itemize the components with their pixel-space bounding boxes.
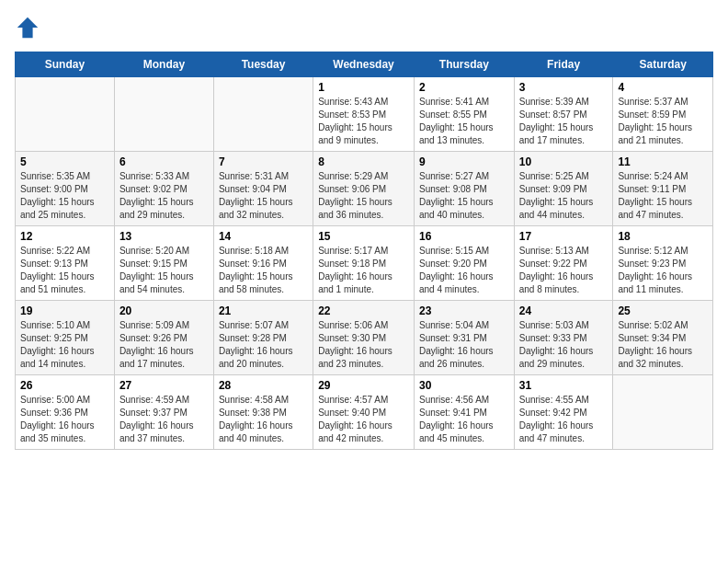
day-info: Sunrise: 4:59 AM Sunset: 9:37 PM Dayligh… [119,394,209,445]
calendar-cell: 4Sunrise: 5:37 AM Sunset: 8:59 PM Daylig… [613,77,713,152]
day-info: Sunrise: 4:57 AM Sunset: 9:40 PM Dayligh… [318,394,409,445]
day-info: Sunrise: 5:09 AM Sunset: 9:26 PM Dayligh… [119,319,209,371]
day-number: 21 [219,304,308,317]
day-number: 25 [618,304,708,317]
calendar-cell: 28Sunrise: 4:58 AM Sunset: 9:38 PM Dayli… [213,375,313,450]
day-number: 9 [419,155,509,168]
day-number: 27 [119,379,209,392]
calendar-cell: 8Sunrise: 5:29 AM Sunset: 9:06 PM Daylig… [313,152,415,226]
day-number: 24 [519,304,609,317]
day-info: Sunrise: 5:22 AM Sunset: 9:13 PM Dayligh… [20,245,109,296]
day-number: 17 [519,230,609,243]
day-number: 18 [618,230,708,243]
calendar-header: SundayMondayTuesdayWednesdayThursdayFrid… [16,52,713,77]
day-number: 3 [519,81,609,94]
day-info: Sunrise: 5:04 AM Sunset: 9:31 PM Dayligh… [419,319,509,371]
day-number: 8 [318,155,409,168]
calendar-cell: 3Sunrise: 5:39 AM Sunset: 8:57 PM Daylig… [514,77,613,152]
calendar-cell: 26Sunrise: 5:00 AM Sunset: 9:36 PM Dayli… [16,375,115,450]
day-number: 4 [618,81,708,94]
day-info: Sunrise: 4:55 AM Sunset: 9:42 PM Dayligh… [519,394,609,445]
day-number: 13 [119,230,209,243]
day-number: 30 [419,379,509,392]
calendar-cell: 14Sunrise: 5:18 AM Sunset: 9:16 PM Dayli… [213,226,313,301]
calendar-cell: 2Sunrise: 5:41 AM Sunset: 8:55 PM Daylig… [414,77,514,152]
calendar-cell: 29Sunrise: 4:57 AM Sunset: 9:40 PM Dayli… [313,375,415,450]
calendar-cell: 17Sunrise: 5:13 AM Sunset: 9:22 PM Dayli… [514,226,613,301]
day-number: 7 [219,155,308,168]
calendar-cell: 25Sunrise: 5:02 AM Sunset: 9:34 PM Dayli… [613,301,713,375]
day-number: 12 [20,230,109,243]
header-day-sunday: Sunday [16,52,115,77]
calendar-cell: 10Sunrise: 5:25 AM Sunset: 9:09 PM Dayli… [514,152,613,226]
week-row-1: 1Sunrise: 5:43 AM Sunset: 8:53 PM Daylig… [16,77,713,152]
day-info: Sunrise: 5:18 AM Sunset: 9:16 PM Dayligh… [219,245,308,296]
day-number: 19 [20,304,109,317]
day-info: Sunrise: 5:29 AM Sunset: 9:06 PM Dayligh… [318,170,409,222]
calendar-cell [613,375,713,450]
day-number: 2 [419,81,509,94]
day-info: Sunrise: 5:15 AM Sunset: 9:20 PM Dayligh… [419,245,509,296]
day-info: Sunrise: 5:02 AM Sunset: 9:34 PM Dayligh… [618,319,708,371]
calendar-cell: 30Sunrise: 4:56 AM Sunset: 9:41 PM Dayli… [414,375,514,450]
day-number: 29 [318,379,409,392]
day-info: Sunrise: 5:07 AM Sunset: 9:28 PM Dayligh… [219,319,308,371]
calendar-cell: 24Sunrise: 5:03 AM Sunset: 9:33 PM Dayli… [514,301,613,375]
day-info: Sunrise: 5:43 AM Sunset: 8:53 PM Dayligh… [318,96,409,147]
day-info: Sunrise: 5:12 AM Sunset: 9:23 PM Dayligh… [618,245,708,296]
day-info: Sunrise: 5:13 AM Sunset: 9:22 PM Dayligh… [519,245,609,296]
day-number: 31 [519,379,609,392]
day-info: Sunrise: 5:20 AM Sunset: 9:15 PM Dayligh… [119,245,209,296]
header-row: SundayMondayTuesdayWednesdayThursdayFrid… [16,52,713,77]
day-info: Sunrise: 5:17 AM Sunset: 9:18 PM Dayligh… [318,245,409,296]
header-day-friday: Friday [514,52,613,77]
calendar-cell: 11Sunrise: 5:24 AM Sunset: 9:11 PM Dayli… [613,152,713,226]
header-day-monday: Monday [114,52,213,77]
day-info: Sunrise: 5:24 AM Sunset: 9:11 PM Dayligh… [618,170,708,222]
calendar-cell: 31Sunrise: 4:55 AM Sunset: 9:42 PM Dayli… [514,375,613,450]
header-day-saturday: Saturday [613,52,713,77]
calendar-cell: 21Sunrise: 5:07 AM Sunset: 9:28 PM Dayli… [213,301,313,375]
day-info: Sunrise: 5:33 AM Sunset: 9:02 PM Dayligh… [119,170,209,222]
day-info: Sunrise: 4:56 AM Sunset: 9:41 PM Dayligh… [419,394,509,445]
calendar-cell: 7Sunrise: 5:31 AM Sunset: 9:04 PM Daylig… [213,152,313,226]
day-info: Sunrise: 5:35 AM Sunset: 9:00 PM Dayligh… [20,170,109,222]
calendar-cell [213,77,313,152]
day-info: Sunrise: 5:37 AM Sunset: 8:59 PM Dayligh… [618,96,708,147]
week-row-5: 26Sunrise: 5:00 AM Sunset: 9:36 PM Dayli… [16,375,713,450]
day-number: 23 [419,304,509,317]
calendar-cell: 12Sunrise: 5:22 AM Sunset: 9:13 PM Dayli… [16,226,115,301]
calendar-cell: 13Sunrise: 5:20 AM Sunset: 9:15 PM Dayli… [114,226,213,301]
calendar-cell: 1Sunrise: 5:43 AM Sunset: 8:53 PM Daylig… [313,77,415,152]
day-number: 28 [219,379,308,392]
calendar-cell: 5Sunrise: 5:35 AM Sunset: 9:00 PM Daylig… [16,152,115,226]
day-number: 1 [318,81,409,94]
calendar-cell: 19Sunrise: 5:10 AM Sunset: 9:25 PM Dayli… [16,301,115,375]
calendar-cell [114,77,213,152]
logo [15,15,44,40]
logo-icon [15,15,40,40]
day-number: 20 [119,304,209,317]
calendar-cell: 9Sunrise: 5:27 AM Sunset: 9:08 PM Daylig… [414,152,514,226]
page-header [15,15,713,40]
day-info: Sunrise: 5:41 AM Sunset: 8:55 PM Dayligh… [419,96,509,147]
day-number: 15 [318,230,409,243]
day-info: Sunrise: 5:31 AM Sunset: 9:04 PM Dayligh… [219,170,308,222]
calendar-cell [16,77,115,152]
calendar-cell: 20Sunrise: 5:09 AM Sunset: 9:26 PM Dayli… [114,301,213,375]
calendar-cell: 6Sunrise: 5:33 AM Sunset: 9:02 PM Daylig… [114,152,213,226]
day-info: Sunrise: 5:27 AM Sunset: 9:08 PM Dayligh… [419,170,509,222]
day-number: 22 [318,304,409,317]
day-info: Sunrise: 4:58 AM Sunset: 9:38 PM Dayligh… [219,394,308,445]
week-row-4: 19Sunrise: 5:10 AM Sunset: 9:25 PM Dayli… [16,301,713,375]
header-day-thursday: Thursday [414,52,514,77]
day-number: 26 [20,379,109,392]
day-number: 11 [618,155,708,168]
day-info: Sunrise: 5:03 AM Sunset: 9:33 PM Dayligh… [519,319,609,371]
calendar-cell: 16Sunrise: 5:15 AM Sunset: 9:20 PM Dayli… [414,226,514,301]
day-info: Sunrise: 5:06 AM Sunset: 9:30 PM Dayligh… [318,319,409,371]
calendar-cell: 23Sunrise: 5:04 AM Sunset: 9:31 PM Dayli… [414,301,514,375]
calendar-table: SundayMondayTuesdayWednesdayThursdayFrid… [15,52,713,450]
week-row-3: 12Sunrise: 5:22 AM Sunset: 9:13 PM Dayli… [16,226,713,301]
day-number: 10 [519,155,609,168]
